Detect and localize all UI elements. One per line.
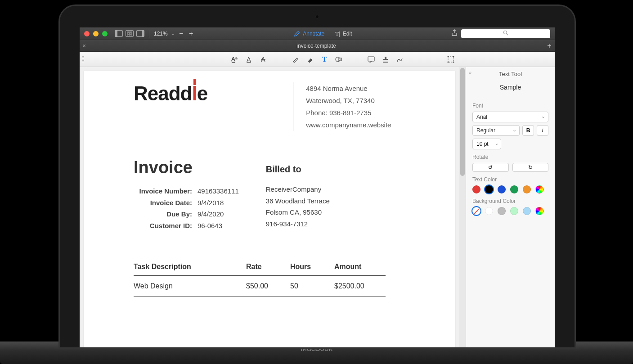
svg-point-7 [453, 56, 454, 57]
font-weight-select[interactable]: Regular [472, 125, 520, 136]
annotation-toolbar: A̲ᵃ A A T [80, 52, 555, 67]
customer-id-value: 96-0643 [198, 220, 222, 232]
bg-color-white[interactable] [485, 207, 493, 215]
text-color-red[interactable] [472, 185, 480, 193]
tab-title[interactable]: invoice-template [89, 43, 544, 49]
col-header-amount: Amount [334, 263, 384, 271]
document-viewport[interactable]: Readdle 4894 Norma Avenue Waterwood, TX,… [80, 67, 466, 347]
invoice-number-value: 49163336111 [198, 185, 239, 197]
signature-tool-button[interactable] [396, 55, 404, 63]
annotate-mode-button[interactable]: Annotate [294, 30, 324, 37]
text-color-green[interactable] [510, 185, 518, 193]
text-tool-button[interactable]: T [320, 55, 328, 63]
add-tab-button[interactable]: + [544, 42, 555, 50]
col-header-rate: Rate [246, 263, 290, 271]
sample-preview: Sample [472, 79, 548, 98]
billed-phone: 916-934-7312 [266, 218, 330, 230]
invoice-date-value: 9/4/2018 [198, 197, 224, 209]
company-info: 4894 Norma Avenue Waterwood, TX, 77340 P… [306, 82, 391, 131]
billed-city: Folsom CA, 95630 [266, 207, 330, 218]
font-section-label: Font [472, 103, 548, 109]
invoice-table: Task Description Rate Hours Amount Web D… [134, 263, 386, 297]
rotate-cw-button[interactable]: ↻ [512, 163, 549, 172]
bold-button[interactable]: B [522, 125, 534, 136]
customer-id-label: Customer ID: [134, 220, 192, 232]
zoom-in-button[interactable]: + [188, 30, 195, 38]
annotate-label: Annotate [303, 31, 324, 37]
bg-color-label: Background Color [472, 198, 548, 204]
document-page[interactable]: Readdle 4894 Norma Avenue Waterwood, TX,… [84, 71, 455, 347]
font-family-select[interactable]: Arial [472, 112, 548, 122]
font-family-value: Arial [476, 114, 487, 120]
scrollbar-thumb[interactable] [460, 68, 465, 176]
vertical-divider [293, 82, 293, 131]
zoom-out-button[interactable]: − [178, 30, 185, 38]
share-button[interactable] [451, 29, 458, 38]
font-size-select[interactable]: 10 pt [472, 139, 501, 149]
scrollbar[interactable] [459, 67, 466, 347]
svg-rect-4 [368, 57, 374, 61]
bg-color-custom[interactable] [535, 207, 543, 215]
table-row: Web Design $50.00 50 $2500.00 [134, 276, 386, 297]
camera-icon [315, 15, 319, 18]
shape-tool-button[interactable] [335, 55, 343, 63]
selection-tool-button[interactable] [447, 55, 455, 63]
thumbnails-button[interactable] [126, 30, 134, 37]
logo-accent: l [192, 82, 197, 104]
toggle-left-sidebar-button[interactable] [115, 30, 123, 37]
cell-rate: $50.00 [246, 282, 290, 290]
svg-point-8 [448, 61, 449, 63]
pen-tool-button[interactable] [292, 55, 300, 63]
italic-button[interactable]: I [537, 125, 548, 136]
edit-label: Edit [343, 31, 352, 37]
edit-mode-button[interactable]: T| Edit [335, 30, 352, 37]
company-logo: Readdle [134, 82, 207, 105]
invoice-date-label: Invoice Date: [134, 197, 192, 209]
bg-color-blue[interactable] [523, 207, 531, 215]
invoice-title: Invoice [134, 158, 239, 177]
toolbar-handle-icon[interactable] [82, 56, 84, 63]
svg-point-0 [504, 31, 507, 34]
note-tool-button[interactable] [367, 55, 375, 63]
logo-text-end: e [197, 82, 207, 104]
due-by-label: Due By: [134, 208, 192, 220]
bg-color-green[interactable] [510, 207, 518, 215]
svg-point-9 [453, 61, 454, 63]
collapse-inspector-button[interactable]: » [469, 70, 471, 75]
due-by-value: 9/4/2020 [198, 208, 224, 220]
divider [149, 30, 149, 38]
bg-color-row [472, 207, 548, 215]
bg-color-gray[interactable] [498, 207, 506, 215]
window-minimize-button[interactable] [93, 31, 99, 36]
tab-close-button[interactable]: × [80, 42, 89, 49]
zoom-level[interactable]: 121% [154, 31, 168, 37]
stamp-tool-button[interactable] [382, 55, 390, 63]
underline-button[interactable]: A [245, 55, 253, 63]
text-style-button[interactable]: A̲ᵃ [230, 55, 238, 63]
text-color-orange[interactable] [523, 185, 531, 193]
text-color-label: Text Color [472, 176, 548, 183]
cell-desc: Web Design [134, 282, 246, 290]
company-address1: 4894 Norma Avenue [306, 82, 391, 94]
window-close-button[interactable] [84, 31, 90, 36]
svg-line-1 [507, 34, 508, 35]
chevron-down-icon[interactable]: ⌄ [171, 31, 175, 36]
traffic-lights [84, 31, 108, 36]
text-color-black[interactable] [485, 185, 493, 193]
bg-color-none[interactable] [472, 207, 480, 215]
font-weight-value: Regular [476, 127, 495, 134]
rotate-ccw-button[interactable]: ↺ [472, 163, 509, 172]
rotate-section-label: Rotate [472, 154, 548, 160]
pencil-icon [294, 31, 300, 37]
eraser-tool-button[interactable] [306, 55, 314, 63]
toggle-right-sidebar-button[interactable] [136, 30, 144, 37]
cell-amount: $2500.00 [334, 282, 384, 290]
text-color-blue[interactable] [498, 185, 506, 193]
billed-address: 36 Woodland Terrace [266, 195, 330, 207]
strikethrough-button[interactable]: A [259, 55, 267, 63]
text-color-custom[interactable] [535, 185, 543, 193]
svg-point-6 [448, 56, 449, 57]
window-maximize-button[interactable] [102, 31, 108, 36]
search-input[interactable] [461, 29, 550, 38]
company-website: www.companyname.website [306, 119, 391, 131]
